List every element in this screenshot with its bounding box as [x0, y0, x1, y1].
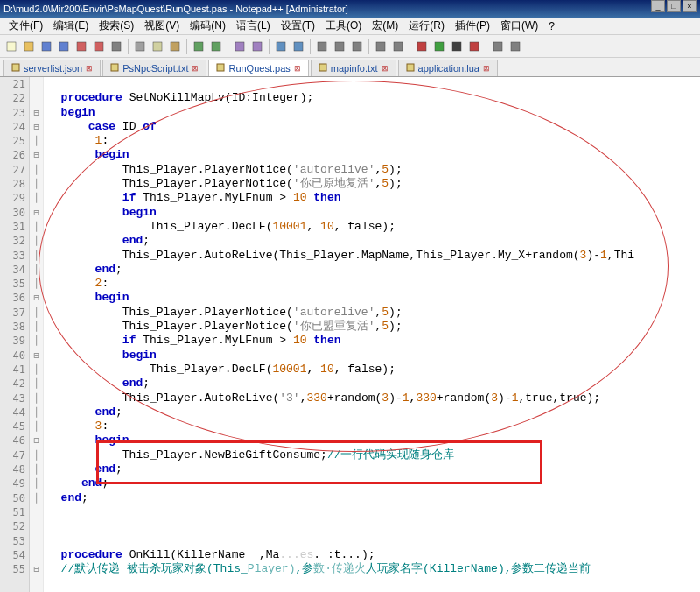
code-line[interactable]: begin — [47, 291, 700, 305]
menu-item[interactable]: 文件(F) — [4, 18, 48, 33]
menu-item[interactable]: 编码(N) — [185, 18, 231, 33]
code-line[interactable]: if This_Player.MyLFnum > 10 then — [47, 191, 700, 205]
playrec-button[interactable] — [466, 39, 482, 54]
cut-button[interactable] — [132, 39, 148, 54]
fold-marker[interactable] — [30, 91, 43, 105]
code-line[interactable]: procedure OnKill(KillerName ,Ma...es. :t… — [47, 548, 700, 562]
print-button[interactable] — [108, 39, 124, 54]
closeall-button[interactable] — [91, 39, 107, 54]
code-line[interactable]: if This_Player.MyLFnum > 10 then — [47, 334, 700, 348]
code-line[interactable]: This_Player.AutoReLive('3',330+random(3)… — [47, 391, 700, 405]
fold-marker[interactable]: │ — [30, 306, 43, 320]
play-button[interactable] — [431, 39, 447, 54]
code-line[interactable]: end; — [47, 476, 700, 490]
open-button[interactable] — [21, 39, 37, 54]
menu-item[interactable]: 运行(R) — [403, 18, 450, 33]
code-line[interactable] — [47, 534, 700, 548]
fold-marker[interactable]: │ — [30, 163, 43, 177]
fold-marker[interactable]: ⊟ — [30, 206, 43, 220]
fold-marker[interactable]: │ — [30, 334, 43, 348]
fold-marker[interactable]: │ — [30, 277, 43, 291]
code-line[interactable]: This_Player.PlayerNotice('你已原地复活',5); — [47, 177, 700, 191]
file-tab[interactable]: RunQuest.pas⊠ — [208, 60, 308, 76]
code-line[interactable] — [47, 519, 700, 533]
code-line[interactable]: begin — [47, 148, 700, 162]
fold-marker[interactable]: ⊟ — [30, 120, 43, 134]
file-tab[interactable]: mapinfo.txt⊠ — [311, 60, 396, 76]
code-line[interactable]: begin — [47, 106, 700, 120]
file-tab[interactable]: PsNpcScript.txt⊠ — [102, 60, 206, 76]
code-line[interactable]: case ID of — [47, 120, 700, 134]
find-button[interactable] — [232, 39, 248, 54]
fold-marker[interactable]: ⊟ — [30, 148, 43, 162]
fold-marker[interactable]: │ — [30, 177, 43, 191]
macro2-button[interactable] — [508, 39, 523, 54]
code-line[interactable]: //默认传递 被击杀玩家对象(This_Player),参数·传递火人玩家名字(… — [47, 562, 700, 576]
minimize-button[interactable]: _ — [651, 0, 665, 12]
fold-marker[interactable]: │ — [30, 377, 43, 391]
fold-marker[interactable]: │ — [30, 191, 43, 205]
code-line[interactable]: end; — [47, 377, 700, 391]
tab-close-icon[interactable]: ⊠ — [192, 64, 199, 73]
fold-marker[interactable]: │ — [30, 491, 43, 505]
redo-button[interactable] — [208, 39, 224, 54]
code-line[interactable]: This_Player.PlayerNotice('autorelive',5)… — [47, 163, 700, 177]
fold-gutter[interactable]: ⊟⊟│⊟│││⊟│││││⊟│││⊟│││││⊟││││⊟ — [30, 77, 44, 592]
menu-item[interactable]: 设置(T) — [276, 18, 320, 33]
fold-marker[interactable] — [30, 519, 43, 533]
zoomout-button[interactable] — [290, 39, 306, 54]
macro1-button[interactable] — [490, 39, 506, 54]
fold-marker[interactable]: │ — [30, 234, 43, 248]
fold-marker[interactable]: │ — [30, 134, 43, 148]
tab-close-icon[interactable]: ⊠ — [382, 64, 388, 73]
saveall-button[interactable] — [56, 39, 72, 54]
code-line[interactable]: This_Player.DecLF(10001, 10, false); — [47, 363, 700, 377]
replace-button[interactable] — [249, 39, 265, 54]
fold-marker[interactable]: │ — [30, 419, 43, 433]
close-button[interactable] — [74, 39, 89, 54]
fold-marker[interactable]: │ — [30, 448, 43, 462]
code-line[interactable]: This_Player.PlayerNotice('你已盟重复活',5); — [47, 320, 700, 334]
fold-marker[interactable]: ⊟ — [30, 562, 43, 576]
save-button[interactable] — [38, 39, 54, 54]
tab-close-icon[interactable]: ⊠ — [294, 64, 301, 73]
fold-marker[interactable]: │ — [30, 405, 43, 419]
close-button[interactable]: × — [682, 0, 696, 12]
fold-marker[interactable] — [30, 548, 43, 562]
code-line[interactable]: end; — [47, 491, 700, 505]
file-tab[interactable]: serverlist.json⊠ — [4, 60, 101, 76]
code-line[interactable]: begin — [47, 206, 700, 220]
unfold-button[interactable] — [390, 39, 406, 54]
menu-item[interactable]: 窗口(W) — [495, 18, 543, 33]
code-line[interactable]: 3: — [47, 419, 700, 433]
fold-marker[interactable]: ⊟ — [30, 349, 43, 363]
fold-marker[interactable] — [30, 77, 43, 91]
code-line[interactable]: end; — [47, 263, 700, 277]
code-line[interactable]: 1: — [47, 134, 700, 148]
fold-marker[interactable]: ⊟ — [30, 433, 43, 448]
fold-marker[interactable] — [30, 534, 43, 548]
zoomin-button[interactable] — [273, 39, 289, 54]
menu-item[interactable]: 工具(O) — [320, 18, 367, 33]
menu-item[interactable]: 宏(M) — [367, 18, 403, 33]
code-line[interactable]: begin — [47, 433, 700, 448]
code-line[interactable]: end; — [47, 234, 700, 248]
fold-marker[interactable]: │ — [30, 249, 43, 263]
undo-button[interactable] — [191, 39, 206, 54]
fold-marker[interactable]: │ — [30, 320, 43, 334]
menu-item[interactable]: 编辑(E) — [48, 18, 94, 33]
fold-marker[interactable]: ⊟ — [30, 291, 43, 305]
stop-button[interactable] — [449, 39, 465, 54]
fold-marker[interactable] — [30, 505, 43, 519]
fold-button[interactable] — [373, 39, 388, 54]
paste-button[interactable] — [167, 39, 183, 54]
fold-marker[interactable]: │ — [30, 363, 43, 377]
code-line[interactable]: procedure SetNoKillMapLv(ID:Integer); — [47, 91, 700, 105]
code-line[interactable]: This_Player.DecLF(10001, 10, false); — [47, 220, 700, 234]
code-editor[interactable]: 2122232425262728293031323334353637383940… — [0, 77, 700, 592]
fold-marker[interactable]: │ — [30, 391, 43, 405]
wrap-button[interactable] — [314, 39, 330, 54]
file-tab[interactable]: application.lua⊠ — [398, 60, 498, 76]
indent-button[interactable] — [349, 39, 365, 54]
code-line[interactable] — [47, 505, 700, 519]
